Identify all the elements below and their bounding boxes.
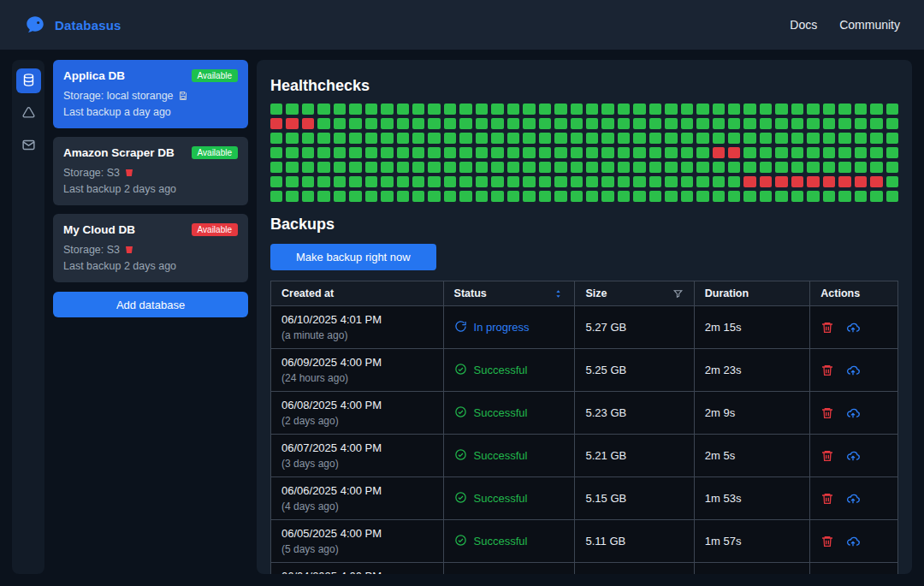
healthcheck-cell xyxy=(633,162,645,173)
healthcheck-cell xyxy=(886,104,898,115)
delete-backup-button[interactable] xyxy=(820,449,834,463)
healthcheck-cell xyxy=(807,118,819,129)
sort-icon[interactable] xyxy=(553,288,564,299)
healthcheck-cell xyxy=(743,162,755,173)
healthcheck-cell xyxy=(381,133,393,144)
healthcheck-cell xyxy=(459,104,471,115)
database-card-amazon-scraper[interactable]: Amazon Scraper DB Available Storage: S3 … xyxy=(53,137,248,205)
restore-backup-button[interactable] xyxy=(846,406,860,420)
healthcheck-cell xyxy=(523,162,535,173)
delete-backup-button[interactable] xyxy=(820,321,834,334)
status-text: Successful xyxy=(474,406,528,419)
healthcheck-cell xyxy=(743,104,755,115)
healthcheck-cell xyxy=(586,118,598,129)
s3-bucket-icon xyxy=(124,245,134,255)
healthcheck-cell xyxy=(571,104,583,115)
table-header-row: Created at Status Size xyxy=(271,281,898,306)
last-backup-label: Last backup 2 days ago xyxy=(63,260,238,272)
nav-community[interactable]: Community xyxy=(839,18,900,32)
healthcheck-cell xyxy=(302,176,314,187)
restore-backup-button[interactable] xyxy=(846,535,860,548)
healthcheck-cell xyxy=(855,162,867,173)
last-backup-label: Last backup a day ago xyxy=(63,106,238,118)
delete-backup-button[interactable] xyxy=(820,535,834,548)
healthcheck-cell xyxy=(681,191,693,202)
healthcheck-grid xyxy=(270,104,898,202)
healthcheck-cell xyxy=(270,133,282,144)
healthcheck-cell xyxy=(713,162,725,173)
icon-rail xyxy=(12,60,44,574)
healthcheck-cell xyxy=(775,191,787,202)
healthcheck-cell xyxy=(491,162,503,173)
mail-icon xyxy=(21,138,36,155)
delete-backup-button[interactable] xyxy=(820,406,834,420)
healthcheck-cell xyxy=(586,162,598,173)
make-backup-button[interactable]: Make backup right now xyxy=(270,244,436,270)
healthcheck-cell xyxy=(459,191,471,202)
restore-backup-button[interactable] xyxy=(846,492,860,506)
healthcheck-cell xyxy=(491,176,503,187)
healthcheck-cell xyxy=(270,147,282,158)
healthcheck-cell xyxy=(696,147,708,158)
top-nav: Docs Community xyxy=(790,18,900,32)
healthcheck-cell xyxy=(523,147,535,158)
healthcheck-cell xyxy=(728,176,740,187)
healthcheck-cell xyxy=(554,176,566,187)
database-name: Amazon Scraper DB xyxy=(63,146,175,159)
healthcheck-cell xyxy=(823,118,835,129)
healthcheck-cell xyxy=(713,176,725,187)
elephant-logo xyxy=(24,14,46,36)
healthcheck-cell xyxy=(855,104,867,115)
healthcheck-cell xyxy=(428,104,440,115)
restore-backup-button[interactable] xyxy=(846,449,860,463)
healthcheck-cell xyxy=(491,118,503,129)
storage-label: Storage: local storange xyxy=(63,90,174,102)
healthcheck-cell xyxy=(886,162,898,173)
healthcheck-cell xyxy=(807,104,819,115)
sidebar-item-alerts[interactable] xyxy=(16,101,41,126)
healthcheck-cell xyxy=(728,191,740,202)
spinner-icon xyxy=(454,320,467,335)
cloud-upload-icon xyxy=(846,535,860,548)
healthcheck-cell xyxy=(870,191,882,202)
table-row: 06/08/2025 4:00 PM (2 days ago) Successf… xyxy=(271,392,898,435)
healthcheck-cell xyxy=(286,104,298,115)
created-ago: (24 hours ago) xyxy=(281,372,433,384)
nav-docs[interactable]: Docs xyxy=(790,18,817,32)
sidebar-item-databases[interactable] xyxy=(16,68,41,93)
healthcheck-cell xyxy=(397,147,409,158)
healthcheck-cell xyxy=(381,147,393,158)
healthcheck-cell xyxy=(491,147,503,158)
healthcheck-cell xyxy=(633,133,645,144)
healthcheck-cell xyxy=(696,104,708,115)
healthcheck-cell xyxy=(618,162,630,173)
table-row: 06/10/2025 4:01 PM (a minute ago) In pro… xyxy=(271,306,898,349)
col-created-at: Created at xyxy=(271,281,444,306)
brand: Databasus xyxy=(24,14,121,36)
table-row: 06/04/2025 4:00 PM (6 days ago) Successf… xyxy=(271,563,898,575)
filter-icon[interactable] xyxy=(672,288,684,299)
healthcheck-cell xyxy=(444,104,456,115)
col-status: Status xyxy=(443,281,575,306)
healthcheck-cell xyxy=(886,176,898,187)
healthcheck-cell xyxy=(554,133,566,144)
database-card-applica[interactable]: Applica DB Available Storage: local stor… xyxy=(53,60,248,128)
restore-backup-button[interactable] xyxy=(846,364,860,377)
healthcheck-cell xyxy=(775,133,787,144)
healthcheck-cell xyxy=(838,104,850,115)
healthcheck-cell xyxy=(334,118,346,129)
healthcheck-cell xyxy=(571,118,583,129)
healthcheck-cell xyxy=(349,191,361,202)
database-card-my-cloud[interactable]: My Cloud DB Available Storage: S3 Last b… xyxy=(53,214,248,282)
created-at: 06/10/2025 4:01 PM xyxy=(281,313,433,326)
delete-backup-button[interactable] xyxy=(820,364,834,377)
backups-table: Created at Status Size xyxy=(270,281,898,574)
restore-backup-button[interactable] xyxy=(846,321,860,334)
healthcheck-cell xyxy=(618,191,630,202)
healthcheck-cell xyxy=(334,104,346,115)
healthcheck-cell xyxy=(349,133,361,144)
delete-backup-button[interactable] xyxy=(820,492,834,506)
healthcheck-cell xyxy=(349,176,361,187)
sidebar-item-mail[interactable] xyxy=(16,133,41,158)
add-database-button[interactable]: Add database xyxy=(53,292,248,317)
